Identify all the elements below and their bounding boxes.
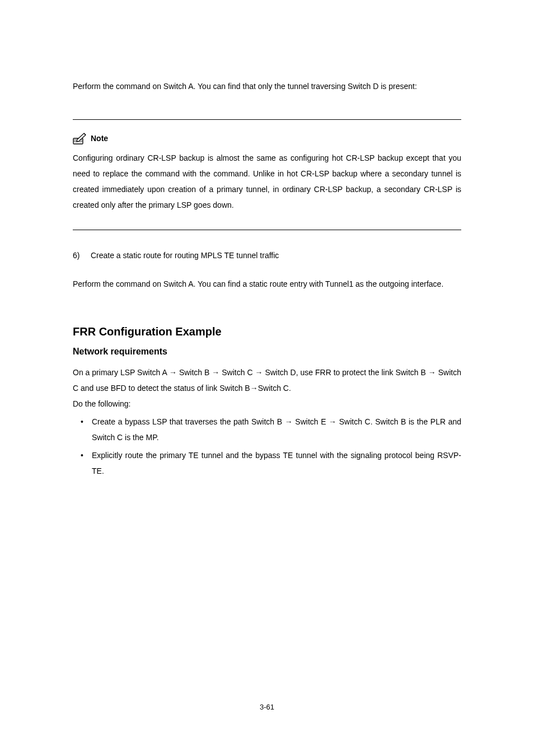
note-pencil-icon [73,132,87,144]
paragraph-tunnel-present: Perform the command on Switch A. You can… [73,78,461,94]
subsection-header: Network requirements [73,347,461,357]
step-6-number: 6) [73,249,88,263]
requirements-line-2: Do the following: [73,396,461,412]
bullet-list: Create a bypass LSP that traverses the p… [73,414,461,479]
note-label: Note [91,134,108,143]
para1-part-b: command on Switch A. You can find that o… [116,82,417,91]
list-item: Create a bypass LSP that traverses the p… [73,414,461,445]
note-body-b: command with the [145,169,213,178]
note-box: Note Configuring ordinary CR-LSP backup … [73,119,461,230]
step-6: 6) Create a static route for routing MPL… [73,249,461,263]
para2-part-b: command on Switch A. You can find a stat… [116,279,443,288]
section-title: FRR Configuration Example [73,325,222,338]
para1-part-a: Perform the [73,82,116,91]
page-number: 3-61 [0,703,534,711]
step-6-text: Create a static route for routing MPLS T… [91,251,279,260]
paragraph-static-route: Perform the command on Switch A. You can… [73,276,461,292]
note-header: Note [73,132,461,144]
requirements-line-1: On a primary LSP Switch A → Switch B → S… [73,365,461,396]
para2-part-a: Perform the [73,279,116,288]
note-body: Configuring ordinary CR-LSP backup is al… [73,150,461,213]
list-item: Explicitly route the primary TE tunnel a… [73,447,461,479]
section-header: FRR Configuration Example [73,325,461,338]
subsection-title: Network requirements [73,347,167,356]
